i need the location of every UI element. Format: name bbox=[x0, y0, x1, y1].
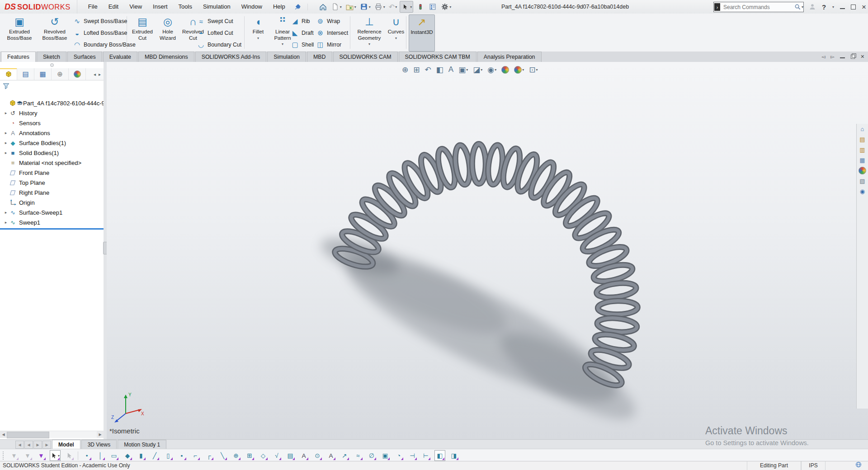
close-button[interactable]: × bbox=[862, 3, 866, 11]
menu-window[interactable]: Window bbox=[236, 0, 268, 14]
tree-item-material-not-specified-[interactable]: ≡Material <not specified> bbox=[0, 158, 104, 168]
expander-icon[interactable]: ▸ bbox=[3, 150, 9, 155]
snap-vertical-button[interactable]: │ bbox=[95, 451, 105, 461]
snap-corner-button[interactable]: ⌐ bbox=[190, 451, 200, 461]
tab-solidworks-add-ins[interactable]: SOLIDWORKS Add-Ins bbox=[195, 52, 266, 62]
snap-note-a-button[interactable]: A bbox=[326, 451, 336, 461]
section-view-button[interactable]: ◧ bbox=[436, 65, 444, 75]
tree-item-sensors[interactable]: ◔Sensors bbox=[0, 118, 104, 128]
reference-geometry-caret-icon[interactable]: ▾ bbox=[368, 42, 370, 46]
snap-diamond-button[interactable]: ◇ bbox=[258, 451, 268, 461]
rib-button[interactable]: ◢Rib bbox=[291, 15, 314, 27]
tab-features[interactable]: Features bbox=[1, 52, 36, 62]
tree-item-solid-bodies-1-[interactable]: ▸■Solid Bodies(1) bbox=[0, 148, 104, 158]
undo-caret-icon[interactable]: ▾ bbox=[395, 5, 397, 9]
selection-filter-all-button[interactable]: ▼ bbox=[23, 451, 33, 461]
toolbar-grip[interactable] bbox=[3, 451, 5, 460]
display-style-button[interactable]: ◪▾ bbox=[472, 65, 483, 75]
menu-simulation[interactable]: Simulation bbox=[198, 0, 236, 14]
hide-annotations-button[interactable]: A bbox=[448, 65, 454, 75]
snap-hatch-button[interactable]: ≈ bbox=[353, 451, 363, 461]
expander-icon[interactable]: ▸ bbox=[3, 141, 9, 145]
save-button[interactable]: ▾ bbox=[359, 1, 372, 12]
snap-plug-left-button[interactable]: ⊣ bbox=[407, 451, 417, 461]
curves-button[interactable]: ∪Curves▾ bbox=[386, 14, 406, 51]
print-caret-icon[interactable]: ▾ bbox=[383, 5, 385, 9]
scroll-left-icon[interactable]: ◀ bbox=[0, 431, 7, 438]
file-explorer-icon[interactable]: ▥ bbox=[857, 145, 868, 155]
snap-label-button[interactable]: ▣ bbox=[380, 451, 390, 461]
tree-item-front-plane[interactable]: Front Plane bbox=[0, 168, 104, 178]
snap-quadrant-button[interactable]: ◔ bbox=[394, 451, 404, 461]
display-style-caret-icon[interactable]: ▾ bbox=[481, 68, 482, 72]
select-caret-icon[interactable]: ▾ bbox=[410, 5, 412, 9]
search-icon[interactable] bbox=[794, 4, 801, 10]
scroll-right-icon[interactable]: ▶ bbox=[97, 431, 104, 438]
reference-geometry-button[interactable]: ⊥ReferenceGeometry▾ bbox=[354, 14, 385, 51]
home-button[interactable] bbox=[318, 1, 328, 12]
tree-item-origin[interactable]: Origin bbox=[0, 197, 104, 207]
zoom-to-fit-button[interactable]: ⊕ bbox=[401, 65, 409, 75]
options-button[interactable]: ▾ bbox=[439, 1, 452, 12]
previous-view-button[interactable]: ↶ bbox=[425, 65, 432, 75]
search-caret-icon[interactable]: ▾ bbox=[802, 5, 803, 9]
doc-tab-3d-views[interactable]: 3D Views bbox=[81, 440, 117, 449]
menu-view[interactable]: View bbox=[124, 0, 147, 14]
expander-icon[interactable]: ▸ bbox=[3, 131, 9, 135]
snap-rectangle-button[interactable]: ▭ bbox=[109, 451, 119, 461]
swept-boss-base-button[interactable]: ∿Swept Boss/Base bbox=[73, 15, 136, 27]
menu-help[interactable]: Help bbox=[268, 0, 291, 14]
model-scene[interactable] bbox=[107, 62, 868, 439]
filter-icon[interactable] bbox=[3, 83, 9, 89]
snap-plane-button[interactable]: ▯ bbox=[163, 451, 173, 461]
apply-scene-caret-icon[interactable]: ▾ bbox=[522, 68, 524, 72]
tab-scroll-prev-icon[interactable]: ◀ bbox=[24, 441, 33, 449]
tree-item-root[interactable]: Part_4A f14c7802-610d-444c-9d07-6a10ba01… bbox=[0, 98, 104, 108]
fillet-caret-icon[interactable]: ▾ bbox=[257, 36, 259, 40]
print-button[interactable]: ▾ bbox=[373, 1, 386, 12]
snap-center-button[interactable]: ⊕ bbox=[231, 451, 241, 461]
panel-tabs-prev-icon[interactable]: ◂ bbox=[94, 72, 96, 77]
undo-button[interactable]: ↶▾ bbox=[388, 1, 398, 12]
tree-item-sweep1[interactable]: ▸∿Sweep1 bbox=[0, 217, 104, 227]
curves-caret-icon[interactable]: ▾ bbox=[395, 36, 397, 40]
file-properties-button[interactable] bbox=[427, 1, 438, 12]
hide-show-items-caret-icon[interactable]: ▾ bbox=[495, 68, 496, 72]
tab-solidworks-cam-tbm[interactable]: SOLIDWORKS CAM TBM bbox=[399, 52, 476, 62]
design-library-icon[interactable]: ▤ bbox=[857, 134, 868, 145]
doc-restore-button[interactable] bbox=[851, 54, 855, 58]
tab-solidworks-cam[interactable]: SOLIDWORKS CAM bbox=[333, 52, 398, 62]
snap-ruler-button[interactable]: ◨ bbox=[449, 451, 459, 461]
tab-mbd[interactable]: MBD bbox=[307, 52, 332, 62]
tree-item-top-plane[interactable]: Top Plane bbox=[0, 178, 104, 188]
search-launcher-icon[interactable]: › bbox=[714, 3, 720, 11]
lasso-select-button[interactable] bbox=[64, 451, 74, 461]
lofted-cut-button[interactable]: ◓Lofted Cut bbox=[197, 27, 241, 39]
menu-insert[interactable]: Insert bbox=[147, 0, 173, 14]
hole-wizard-button[interactable]: ◎HoleWizard bbox=[156, 14, 179, 51]
search-input[interactable] bbox=[721, 4, 794, 11]
tab-scroll-last-icon[interactable]: ▶ bbox=[42, 441, 51, 449]
snap-detail-a-button[interactable]: A bbox=[299, 451, 309, 461]
help-caret-icon[interactable]: ▾ bbox=[832, 5, 834, 9]
tree-item-right-plane[interactable]: Right Plane bbox=[0, 188, 104, 197]
help-button[interactable]: ? bbox=[822, 3, 826, 11]
snap-midpoint-button[interactable]: ▪ bbox=[177, 451, 187, 461]
tree-item-surface-bodies-1-[interactable]: ▸◆Surface Bodies(1) bbox=[0, 138, 104, 148]
edit-appearance-button[interactable] bbox=[501, 65, 509, 75]
doc-tab-motion-study-1[interactable]: Motion Study 1 bbox=[118, 440, 166, 449]
snap-dimension-button[interactable]: ▤ bbox=[285, 451, 295, 461]
home-icon[interactable]: ⌂ bbox=[857, 124, 868, 134]
intersect-button[interactable]: ⊗Intersect bbox=[316, 27, 348, 39]
panel-tabs-next-icon[interactable]: ▸ bbox=[99, 72, 101, 77]
tab-analysis-preparation[interactable]: Analysis Preparation bbox=[477, 52, 542, 62]
view-settings-button[interactable]: ⊡▾ bbox=[528, 65, 538, 75]
view-palette-icon[interactable]: ▦ bbox=[857, 155, 868, 165]
snap-magnify-button[interactable]: ⊙ bbox=[312, 451, 322, 461]
selection-filter-toggle-button[interactable]: ▼ bbox=[9, 451, 19, 461]
menu-edit[interactable]: Edit bbox=[103, 0, 124, 14]
tab-mbd-dimensions[interactable]: MBD Dimensions bbox=[138, 52, 194, 62]
doc-minimize-button[interactable] bbox=[840, 57, 845, 58]
save-caret-icon[interactable]: ▾ bbox=[369, 5, 371, 9]
hide-show-items-button[interactable]: ◉▾ bbox=[487, 65, 497, 75]
